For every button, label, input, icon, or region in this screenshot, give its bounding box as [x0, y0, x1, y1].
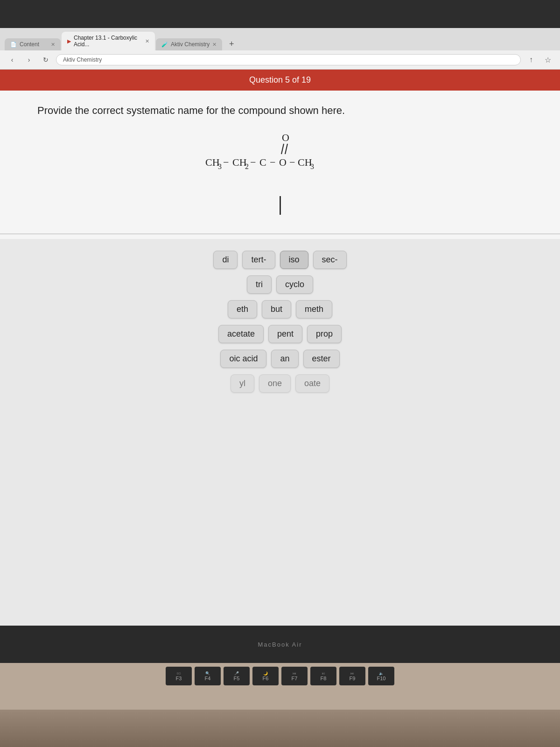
- svg-line-0: [281, 144, 284, 154]
- oxygen-o: O: [279, 156, 287, 168]
- tile-oate[interactable]: oate: [295, 374, 329, 393]
- tab-aktiv[interactable]: 🧪 Aktiv Chemistry ✕: [156, 38, 222, 50]
- key-f5-num-label: F5: [234, 676, 240, 681]
- tab-chapter-label: Chapter 13.1 - Carboxylic Acid...: [74, 35, 142, 48]
- key-f9-num-label: F9: [350, 676, 356, 681]
- tile-prop[interactable]: prop: [307, 325, 342, 343]
- tiles-row-5: oic acid an ester: [220, 350, 339, 368]
- browser-tabs: 📄 Content ✕ ▶ Chapter 13.1 - Carboxylic …: [0, 28, 560, 50]
- key-f6-num-label: F6: [263, 676, 269, 681]
- tab-chapter-close[interactable]: ✕: [145, 38, 149, 44]
- tab-aktiv-icon: 🧪: [161, 42, 168, 48]
- tiles-row-4: acetate pent prop: [218, 325, 342, 343]
- tile-one[interactable]: one: [259, 374, 291, 393]
- browser-toolbar: ‹ › ↻ Aktiv Chemistry ↑ ☆: [0, 50, 560, 70]
- tab-chapter[interactable]: ▶ Chapter 13.1 - Carboxylic Acid... ✕: [62, 32, 155, 50]
- question-header: Question 5 of 19: [0, 70, 560, 91]
- key-f8-fn-label: ⏯: [322, 671, 325, 676]
- address-text: Aktiv Chemistry: [63, 56, 102, 63]
- question-number: Question 5 of 19: [249, 75, 311, 85]
- key-f10[interactable]: 🔈 F10: [368, 667, 394, 685]
- question-text: Provide the correct systematic name for …: [37, 105, 523, 117]
- key-f4[interactable]: 🔍 F4: [195, 667, 221, 685]
- tab-content-icon: 📄: [10, 42, 17, 48]
- key-f4-num-label: F4: [205, 676, 211, 681]
- tab-aktiv-label: Aktiv Chemistry: [171, 41, 210, 48]
- chemical-structure: O CH 3 − CH 2 − C − O − CH 3: [37, 131, 523, 182]
- carbon-c: C: [259, 156, 266, 168]
- browser-content: Question 5 of 19 Provide the correct sys…: [0, 70, 560, 626]
- tiles-row-3: eth but meth: [228, 300, 332, 318]
- share-button[interactable]: ↑: [525, 53, 538, 66]
- back-button[interactable]: ‹: [6, 53, 19, 66]
- tile-di[interactable]: di: [213, 251, 238, 269]
- tile-yl[interactable]: yl: [231, 374, 254, 393]
- dash1: −: [223, 156, 229, 168]
- tile-but[interactable]: but: [262, 300, 291, 318]
- tile-oic-acid[interactable]: oic acid: [220, 350, 266, 368]
- key-f5-fn-label: 🎤: [234, 671, 239, 676]
- reload-button[interactable]: ↻: [39, 53, 52, 66]
- question-area: Provide the correct systematic name for …: [0, 91, 560, 229]
- tile-an[interactable]: an: [271, 350, 298, 368]
- dash2: −: [250, 156, 256, 168]
- ch2-sub: 2: [245, 162, 249, 170]
- laptop-bottom: [0, 710, 560, 747]
- tiles-row-1: di tert- iso sec-: [213, 251, 346, 269]
- svg-line-1: [285, 144, 287, 154]
- answer-input-area: [37, 191, 523, 219]
- tile-acetate[interactable]: acetate: [218, 325, 264, 343]
- key-f8-num-label: F8: [321, 676, 327, 681]
- key-f3[interactable]: 80 F3: [166, 667, 192, 685]
- key-f3-num-label: F3: [176, 676, 182, 681]
- key-f9[interactable]: ⏭ F9: [339, 667, 365, 685]
- tab-content-label: Content: [20, 41, 39, 48]
- tile-ester[interactable]: ester: [303, 350, 340, 368]
- tile-cyclo[interactable]: cyclo: [276, 275, 313, 294]
- tiles-row-6: yl one oate: [231, 374, 329, 393]
- macbook-label: MacBook Air: [258, 641, 302, 648]
- tile-meth[interactable]: meth: [296, 300, 332, 318]
- structure-svg: O CH 3 − CH 2 − C − O − CH 3: [196, 131, 364, 182]
- ch3-sub: 3: [218, 162, 222, 170]
- key-f5[interactable]: 🎤 F5: [224, 667, 250, 685]
- key-f10-num-label: F10: [377, 676, 386, 681]
- tab-content-close[interactable]: ✕: [51, 42, 55, 48]
- oxygen-top: O: [282, 132, 289, 143]
- key-f7-num-label: F7: [292, 676, 298, 681]
- tile-pent[interactable]: pent: [268, 325, 302, 343]
- address-bar[interactable]: Aktiv Chemistry: [56, 54, 521, 65]
- key-f6[interactable]: 🌙 F6: [252, 667, 279, 685]
- key-f9-fn-label: ⏭: [350, 671, 354, 676]
- key-f7[interactable]: ⏮ F7: [281, 667, 308, 685]
- tile-eth[interactable]: eth: [228, 300, 257, 318]
- key-f7-fn-label: ⏮: [293, 671, 296, 676]
- key-f4-fn-label: 🔍: [205, 671, 210, 676]
- bookmark-button[interactable]: ☆: [541, 53, 554, 66]
- tile-iso[interactable]: iso: [280, 251, 308, 269]
- tab-aktiv-close[interactable]: ✕: [212, 42, 217, 48]
- cursor-line: [280, 196, 281, 215]
- key-f8[interactable]: ⏯ F8: [310, 667, 336, 685]
- dash4: −: [289, 156, 295, 168]
- tab-content[interactable]: 📄 Content ✕: [5, 38, 61, 50]
- keyboard-bar: MacBook Air: [0, 626, 560, 663]
- forward-button[interactable]: ›: [22, 53, 35, 66]
- ch3-end-sub: 3: [310, 162, 314, 170]
- tiles-area: di tert- iso sec- tri cyclo eth but meth…: [0, 239, 560, 626]
- tab-chapter-icon: ▶: [67, 38, 71, 44]
- top-bezel: [0, 0, 560, 28]
- tile-sec[interactable]: sec-: [313, 251, 347, 269]
- keyboard-physical: 80 F3 🔍 F4 🎤 F5 🌙 F6 ⏮ F7 ⏯ F8 ⏭ F9 🔈 F1…: [0, 663, 560, 710]
- new-tab-button[interactable]: +: [225, 37, 238, 50]
- content-divider: [0, 233, 560, 234]
- tiles-row-2: tri cyclo: [247, 275, 313, 294]
- browser-chrome: 📄 Content ✕ ▶ Chapter 13.1 - Carboxylic …: [0, 28, 560, 70]
- key-f10-fn-label: 🔈: [379, 671, 384, 676]
- tile-tri[interactable]: tri: [247, 275, 272, 294]
- key-f3-fn-label: 80: [177, 671, 181, 676]
- key-f6-fn-label: 🌙: [263, 671, 268, 676]
- tile-tert[interactable]: tert-: [242, 251, 275, 269]
- dash3: −: [270, 156, 275, 168]
